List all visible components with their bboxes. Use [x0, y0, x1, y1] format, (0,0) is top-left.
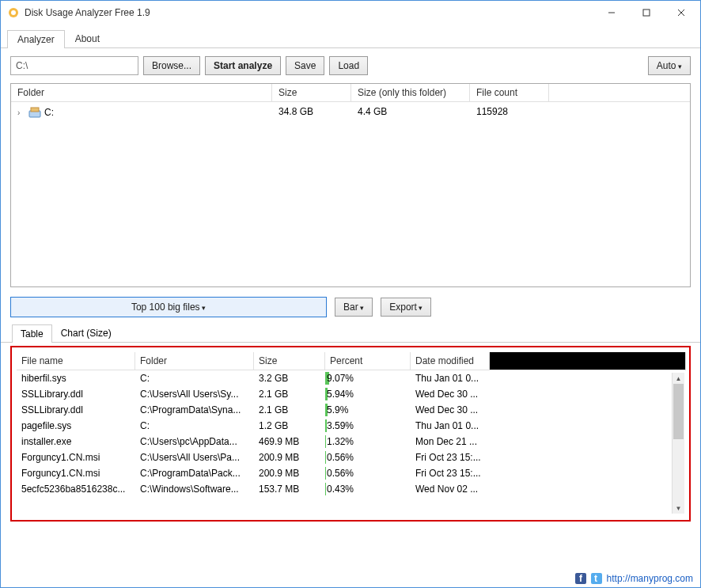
cell-size: 469.9 MB	[254, 434, 325, 450]
cell-percent: 9.07%	[325, 370, 411, 386]
vertical-scrollbar[interactable]: ▲ ▼	[672, 373, 684, 514]
cell-size: 2.1 GB	[254, 402, 325, 418]
svg-rect-3	[643, 9, 650, 16]
subtab-table[interactable]: Table	[12, 324, 52, 343]
col-size-only[interactable]: Size (only this folder)	[351, 84, 470, 101]
start-analyze-button[interactable]: Start analyze	[205, 56, 281, 75]
table-row[interactable]: installer.exeC:\Users\pc\AppData...469.9…	[17, 434, 686, 450]
facebook-icon[interactable]: f	[575, 573, 586, 584]
svg-rect-7	[31, 108, 39, 112]
table-row[interactable]: Forguncy1.CN.msiC:\ProgramData\Pack...20…	[17, 465, 686, 481]
cell-percent: 0.56%	[325, 465, 411, 481]
col-percent[interactable]: Percent	[325, 352, 411, 370]
scroll-up-icon[interactable]: ▲	[673, 373, 684, 384]
export-dropdown[interactable]: Export	[381, 298, 431, 317]
cell-percent: 1.32%	[325, 434, 411, 450]
cell-date: Wed Dec 30 ...	[411, 402, 490, 418]
table-row[interactable]: SSLLibrary.ddlC:\ProgramData\Syna...2.1 …	[17, 402, 686, 418]
cell-folder: C:\Windows\Software...	[135, 481, 254, 497]
cell-size: 2.1 GB	[254, 386, 325, 402]
col-file-count[interactable]: File count	[470, 84, 549, 101]
files-table-container: File name Folder Size Percent Date modif…	[10, 346, 691, 522]
browse-button[interactable]: Browse...	[143, 56, 200, 75]
col-folder[interactable]: Folder	[135, 352, 254, 370]
col-filename[interactable]: File name	[17, 352, 135, 370]
cell-date: Fri Oct 23 15:...	[411, 450, 490, 465]
cell-filename: hiberfil.sys	[17, 370, 135, 386]
minimize-button[interactable]	[594, 2, 629, 24]
cell-date: Thu Jan 01 0...	[411, 418, 490, 434]
main-tabs: Analyzer About	[1, 26, 700, 48]
twitter-icon[interactable]: t	[591, 573, 602, 584]
cell-folder: C:	[135, 370, 254, 386]
table-row[interactable]: pagefile.sysC:1.2 GB3.59%Thu Jan 01 0...	[17, 418, 686, 434]
cell-date: Thu Jan 01 0...	[411, 370, 490, 386]
path-input[interactable]	[10, 56, 138, 75]
cell-folder: C:\Users\pc\AppData...	[135, 434, 254, 450]
save-button[interactable]: Save	[286, 56, 324, 75]
table-row[interactable]: Forguncy1.CN.msiC:\Users\All Users\Pa...…	[17, 450, 686, 465]
cell-percent: 0.56%	[325, 450, 411, 465]
cell-percent: 5.9%	[325, 402, 411, 418]
drive-icon	[28, 106, 41, 119]
cell-filename: Forguncy1.CN.msi	[17, 465, 135, 481]
titlebar: Disk Usage Analyzer Free 1.9	[1, 1, 700, 25]
cell-percent: 3.59%	[325, 418, 411, 434]
cell-filename: 5ecfc5236ba8516238c...	[17, 481, 135, 497]
table-row[interactable]: 5ecfc5236ba8516238c...C:\Windows\Softwar…	[17, 481, 686, 497]
drive-label: C:	[44, 107, 54, 118]
svg-text:t: t	[594, 573, 597, 584]
cell-filename: SSLLibrary.ddl	[17, 402, 135, 418]
cell-size: 153.7 MB	[254, 481, 325, 497]
sub-tabs: Table Chart (Size)	[1, 324, 700, 343]
cell-date: Mon Dec 21 ...	[411, 434, 490, 450]
tree-header: Folder Size Size (only this folder) File…	[11, 84, 690, 102]
cell-filename: pagefile.sys	[17, 418, 135, 434]
mid-toolbar: Top 100 big files Bar Export	[1, 287, 700, 324]
cell-filename: SSLLibrary.ddl	[17, 386, 135, 402]
tree-row[interactable]: › C: 34.8 GB 4.4 GB 115928	[11, 102, 690, 123]
table-row[interactable]: SSLLibrary.ddlC:\Users\All Users\Sy...2.…	[17, 386, 686, 402]
cell-date: Wed Nov 02 ...	[411, 481, 490, 497]
cell-folder: C:	[135, 418, 254, 434]
maximize-button[interactable]	[629, 2, 664, 24]
load-button[interactable]: Load	[329, 56, 368, 75]
col-date-modified[interactable]: Date modified	[411, 352, 490, 370]
website-link[interactable]: http://manyprog.com	[607, 573, 693, 584]
col-filesize[interactable]: Size	[254, 352, 325, 370]
col-size[interactable]: Size	[272, 84, 351, 101]
redacted-header	[490, 352, 686, 370]
cell-date: Fri Oct 23 15:...	[411, 465, 490, 481]
tree-file-count: 115928	[470, 104, 549, 120]
tree-size: 34.8 GB	[272, 104, 351, 120]
cell-size: 3.2 GB	[254, 370, 325, 386]
window-title: Disk Usage Analyzer Free 1.9	[25, 7, 594, 18]
auto-dropdown[interactable]: Auto	[648, 56, 691, 75]
expand-icon[interactable]: ›	[17, 108, 25, 117]
table-body: hiberfil.sysC:3.2 GB9.07%Thu Jan 01 0...…	[17, 370, 686, 497]
folder-tree: Folder Size Size (only this folder) File…	[10, 83, 691, 287]
scroll-thumb[interactable]	[673, 384, 684, 439]
bar-dropdown[interactable]: Bar	[335, 298, 373, 317]
cell-percent: 0.43%	[325, 481, 411, 497]
cell-folder: C:\Users\All Users\Sy...	[135, 386, 254, 402]
cell-size: 200.9 MB	[254, 450, 325, 465]
tree-size-only: 4.4 GB	[351, 104, 470, 120]
cell-filename: installer.exe	[17, 434, 135, 450]
cell-filename: Forguncy1.CN.msi	[17, 450, 135, 465]
cell-folder: C:\ProgramData\Pack...	[135, 465, 254, 481]
cell-folder: C:\ProgramData\Syna...	[135, 402, 254, 418]
close-button[interactable]	[664, 2, 699, 24]
cell-percent: 5.94%	[325, 386, 411, 402]
toolbar: Browse... Start analyze Save Load Auto	[1, 48, 700, 83]
tab-analyzer[interactable]: Analyzer	[7, 30, 65, 48]
cell-folder: C:\Users\All Users\Pa...	[135, 450, 254, 465]
table-row[interactable]: hiberfil.sysC:3.2 GB9.07%Thu Jan 01 0...	[17, 370, 686, 386]
footer: f t http://manyprog.com	[575, 570, 693, 587]
col-folder[interactable]: Folder	[11, 84, 272, 101]
cell-size: 200.9 MB	[254, 465, 325, 481]
subtab-chart[interactable]: Chart (Size)	[52, 324, 120, 342]
top-100-dropdown[interactable]: Top 100 big files	[10, 297, 327, 317]
tab-about[interactable]: About	[65, 29, 110, 47]
scroll-down-icon[interactable]: ▼	[673, 503, 684, 514]
